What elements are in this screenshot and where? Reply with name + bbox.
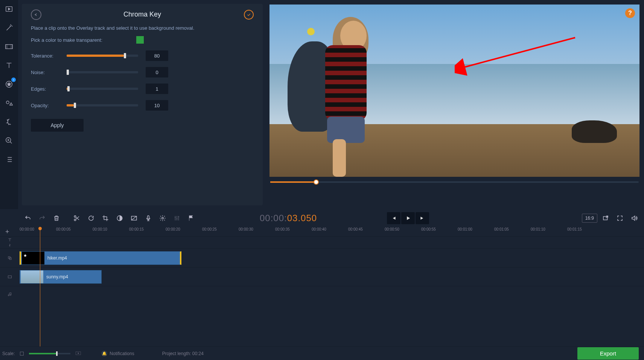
slider-label: Opacity: <box>31 103 67 108</box>
fullscreen-button[interactable] <box>614 212 626 224</box>
audio-track <box>0 286 644 302</box>
text-icon[interactable] <box>3 59 15 71</box>
slider-label: Noise: <box>31 70 67 75</box>
clip-label: hiker.mp4 <box>47 255 67 261</box>
scale-min-icon[interactable] <box>20 352 24 355</box>
scale-label: Scale: <box>2 351 15 356</box>
playhead[interactable] <box>40 227 40 346</box>
badge-icon: ! <box>11 77 16 82</box>
apply-button[interactable]: Apply <box>31 119 84 132</box>
marker-button[interactable] <box>185 212 197 224</box>
zoom-icon[interactable] <box>3 135 15 147</box>
cursor-highlight <box>307 28 315 35</box>
project-length-label: Project length: <box>162 351 191 356</box>
star-icon: ★ <box>23 253 27 258</box>
slider-value[interactable]: 1 <box>146 84 168 94</box>
ruler-mark: 00:00:40 <box>312 227 348 236</box>
slider-2[interactable] <box>67 88 138 90</box>
record-button[interactable] <box>142 212 154 224</box>
favorites-icon[interactable]: ! <box>3 78 15 90</box>
back-button[interactable] <box>31 9 41 20</box>
slider-0[interactable] <box>67 55 138 57</box>
slider-1[interactable] <box>67 71 138 73</box>
bell-icon[interactable]: 🔔 <box>101 351 107 357</box>
ruler-mark: 00:00:55 <box>421 227 458 236</box>
tool-sidebar: ! <box>0 0 18 209</box>
delete-button[interactable] <box>50 212 62 224</box>
svg-rect-15 <box>8 276 12 278</box>
ruler-mark: 00:01:10 <box>531 227 567 236</box>
timeline-ruler[interactable]: + 00:00:0000:00:0500:00:1000:00:1500:00:… <box>0 227 644 236</box>
redo-button[interactable] <box>36 212 48 224</box>
timeline: + 00:00:0000:00:0500:00:1000:00:1500:00:… <box>0 227 644 346</box>
aspect-ratio-button[interactable]: 16:9 <box>582 214 597 223</box>
next-button[interactable] <box>416 212 429 224</box>
notifications-label[interactable]: Notifications <box>110 351 134 356</box>
shapes-icon[interactable] <box>3 97 15 109</box>
ruler-mark: 00:00:45 <box>348 227 385 236</box>
ruler-mark: 00:00:20 <box>166 227 202 236</box>
detach-button[interactable] <box>600 212 612 224</box>
media-icon[interactable] <box>3 3 15 15</box>
rotate-button[interactable] <box>85 212 97 224</box>
video-track: sunny.mp4 <box>0 267 644 286</box>
motion-icon[interactable] <box>3 116 15 128</box>
ruler-mark: 00:00:15 <box>129 227 166 236</box>
svg-rect-10 <box>148 216 149 219</box>
ruler-mark: 00:00:05 <box>56 227 93 236</box>
settings-button[interactable] <box>157 212 169 224</box>
ruler-mark: 00:01:05 <box>494 227 531 236</box>
equalizer-button[interactable] <box>171 212 183 224</box>
slider-label: Edges: <box>31 86 67 92</box>
split-button[interactable] <box>71 212 83 224</box>
add-track-button[interactable]: + <box>5 228 9 236</box>
undo-button[interactable] <box>22 212 34 224</box>
ruler-mark: 00:01:00 <box>458 227 494 236</box>
volume-button[interactable] <box>628 212 640 224</box>
timecode: 00:00:03.050 <box>260 213 317 224</box>
clip-video[interactable]: sunny.mp4 <box>20 270 102 284</box>
ruler-mark: 00:00:25 <box>202 227 239 236</box>
ruler-mark: 00:00:35 <box>275 227 312 236</box>
color-picker[interactable] <box>136 36 144 44</box>
ruler-mark: 00:01:15 <box>567 227 604 236</box>
transition-button[interactable] <box>128 212 140 224</box>
color-adjust-button[interactable] <box>114 212 126 224</box>
preview-scrubber[interactable] <box>269 181 639 183</box>
confirm-button[interactable] <box>244 10 254 20</box>
filter-icon[interactable] <box>3 41 15 53</box>
svg-rect-1 <box>6 45 12 49</box>
ruler-mark: 00:00:10 <box>93 227 129 236</box>
export-button[interactable]: Export <box>577 347 639 360</box>
controls-bar: 00:00:03.050 16:9 <box>0 209 644 227</box>
ruler-mark: 00:00:30 <box>239 227 275 236</box>
project-length-value: 00:24 <box>192 351 204 356</box>
slider-3[interactable] <box>67 104 138 106</box>
title-track <box>0 236 644 248</box>
slider-value[interactable]: 80 <box>146 50 168 61</box>
slider-value[interactable]: 10 <box>146 100 168 111</box>
ruler-mark: 00:00:00 <box>20 227 56 236</box>
scale-slider[interactable] <box>29 353 70 354</box>
prev-button[interactable] <box>387 212 400 224</box>
slider-label: Tolerance: <box>31 53 67 59</box>
overlay-track: ★ hiker.mp4 <box>0 248 644 267</box>
list-icon[interactable] <box>3 153 15 166</box>
scale-max-icon[interactable] <box>76 351 81 356</box>
ruler-mark: 00:00:50 <box>385 227 421 236</box>
preview-area: ? <box>266 0 644 209</box>
crop-button[interactable] <box>99 212 111 224</box>
video-preview[interactable] <box>269 5 639 177</box>
wand-icon[interactable] <box>3 22 15 34</box>
clip-overlay[interactable]: ★ hiker.mp4 <box>20 251 181 265</box>
clip-label: sunny.mp4 <box>46 274 68 279</box>
play-button[interactable] <box>401 212 415 224</box>
chroma-key-panel: Chroma Key Place a clip onto the Overlay… <box>22 4 263 205</box>
pick-color-label: Pick a color to make transparent: <box>31 37 102 43</box>
slider-value[interactable]: 0 <box>146 67 168 77</box>
status-bar: Scale: 🔔Notifications Project length: 00… <box>0 346 644 360</box>
panel-title: Chroma Key <box>123 11 161 18</box>
svg-point-11 <box>162 217 164 219</box>
help-button[interactable]: ? <box>625 8 635 18</box>
svg-point-3 <box>6 101 9 104</box>
